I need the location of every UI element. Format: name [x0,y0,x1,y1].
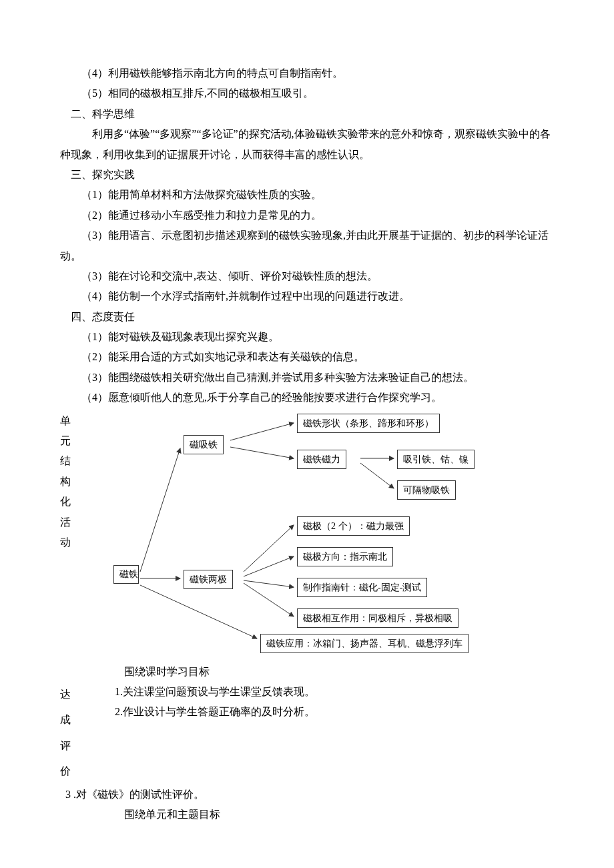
list-item: （4）利用磁铁能够指示南北方向的特点可自制指南针。 [60,63,554,83]
paragraph: 利用多“体验”“多观察”“多论证”的探究活动,体验磁铁实验带来的意外和惊奇，观察… [60,124,554,165]
concept-diagram: 磁铁 磁吸铁 磁铁两极 磁铁形状（条形、蹄形和环形） 磁铁磁力 吸引铁、钴、镍 … [93,408,554,662]
section-heading-4: 四、态度责任 [60,307,554,327]
list-item: （3）能用语言、示意图初步描述观察到的磁铁实验现象,并由此开展基于证据的、初步的… [60,226,554,266]
diagram-node: 磁铁形状（条形、蹄形和环形） [297,414,440,434]
list-item: （4）能仿制一个水浮式指南针,并就制作过程中出现的问题进行改进。 [60,286,554,306]
list-item: （2）能采用合适的方式如实地记录和表达有关磁铁的信息。 [60,347,554,367]
diagram-node-root: 磁铁 [113,565,139,584]
list-item: （4）愿意倾听他人的意见,乐于分享自己的经验能按要求进行合作探究学习。 [60,388,554,408]
diagram-node: 磁铁两极 [184,570,233,590]
diagram-node: 磁极方向：指示南北 [297,547,393,567]
section-heading-3: 三、探究实践 [60,165,554,185]
list-item: （5）相同的磁极相互排斥,不同的磁极相互吸引。 [60,83,554,103]
svg-line-2 [140,585,257,638]
diagram-section: 单 元 结 构 化 活 动 [60,408,554,662]
diagram-node: 磁铁磁力 [297,450,346,470]
list-item: （1）能用简单材料和方法做探究磁铁性质的实验。 [60,185,554,205]
eval-subheading: 围绕课时学习目标 [60,662,554,682]
diagram-node: 吸引铁、钴、镍 [397,450,475,470]
list-item: 3 .对《磁铁》的测试性评价。 [60,785,554,805]
list-item: （3）能围绕磁铁相关研究做出自己猜测,并尝试用多种实验方法来验证自己的想法。 [60,368,554,388]
document-page: （4）利用磁铁能够指示南北方向的特点可自制指南针。 （5）相同的磁极相互排斥,不… [0,0,614,868]
diagram-node: 制作指南针：磁化-固定-测试 [297,578,427,598]
svg-line-7 [244,525,294,572]
eval-side-text: 达成评价 [60,682,71,785]
diagram-node: 磁吸铁 [184,435,224,455]
eval-section: 达成评价 1.关注课堂问题预设与学生课堂反馈表现。 2.作业设计与学生答题正确率… [60,682,554,785]
diagram-node: 磁极相互作用：同极相斥，异极相吸 [297,608,458,628]
diagram-node: 磁铁应用：冰箱门、扬声器、耳机、磁悬浮列车 [260,634,469,654]
list-item: 1.关注课堂问题预设与学生课堂反馈表现。 [93,682,554,702]
list-item: （3）能在讨论和交流中,表达、倾听、评价对磁铁性质的想法。 [60,266,554,286]
diagram-node: 磁极（2 个）：磁力最强 [297,516,410,536]
list-item: （2）能通过移动小车感受推力和拉力是常见的力。 [60,205,554,226]
eval-subheading: 围绕单元和主题目标 [60,805,554,825]
svg-line-6 [360,463,394,488]
list-item: 2.作业设计与学生答题正确率的及时分析。 [93,702,554,722]
section-heading-2: 二、科学思维 [60,104,554,124]
diagram-node: 可隔物吸铁 [397,480,456,500]
svg-line-9 [244,580,294,587]
svg-line-3 [230,423,294,440]
diagram-side-label: 单 元 结 构 化 活 动 [60,408,93,553]
list-item: （1）能对磁铁及磁现象表现出探究兴趣。 [60,327,554,347]
svg-line-10 [244,583,294,616]
svg-line-8 [244,556,294,576]
svg-line-4 [230,447,294,458]
eval-side-label: 达成评价 [60,682,93,785]
svg-line-0 [140,448,180,572]
